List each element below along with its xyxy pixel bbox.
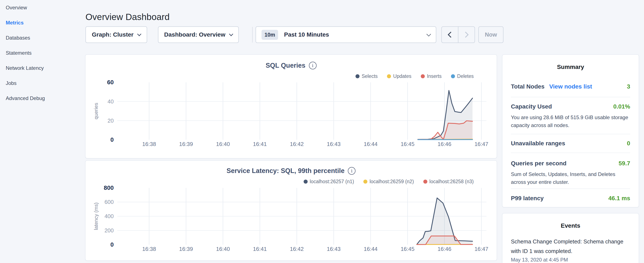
svg-text:0: 0	[110, 241, 114, 248]
time-window-label: Past 10 Minutes	[284, 31, 329, 38]
svg-text:16:43: 16:43	[327, 246, 340, 252]
svg-text:queries: queries	[93, 103, 99, 119]
summary-row-queries-per-second: Queries per second 59.7 Sum of Selects, …	[511, 153, 630, 189]
service-latency-chart-card: Service Latency: SQL, 99th percentile i …	[85, 160, 497, 261]
service-latency-chart[interactable]: 16:3816:3916:4016:4116:4216:4316:4416:45…	[86, 161, 497, 260]
summary-row-total-nodes: Total Nodes View nodes list 3	[511, 76, 630, 97]
svg-text:16:41: 16:41	[253, 141, 267, 147]
summary-row-unavailable-ranges: Unavailable ranges 0	[511, 134, 630, 153]
sql-queries-chart[interactable]: 16:3816:3916:4016:4116:4216:4316:4416:45…	[86, 55, 497, 158]
view-nodes-list-link[interactable]: View nodes list	[549, 83, 592, 90]
events-title: Events	[511, 222, 630, 229]
chevron-down-icon	[137, 32, 142, 36]
time-window-badge: 10m	[262, 30, 278, 40]
svg-text:16:44: 16:44	[364, 141, 378, 147]
svg-text:20: 20	[108, 118, 114, 124]
stat-value: 3	[627, 83, 630, 90]
svg-text:400: 400	[104, 213, 114, 219]
stat-value: 0	[627, 140, 630, 147]
sql-queries-chart-card: SQL Queries i SelectsUpdatesInsertsDelet…	[85, 54, 497, 158]
svg-text:16:39: 16:39	[179, 141, 193, 147]
chevron-down-icon	[229, 32, 233, 36]
graph-scope-label: Graph: Cluster	[92, 31, 134, 38]
time-step-back-button[interactable]	[442, 27, 458, 43]
sidebar-item-metrics[interactable]: Metrics	[6, 15, 82, 30]
controls-divider	[252, 27, 252, 43]
stat-label: Capacity Used	[511, 103, 552, 110]
svg-text:16:40: 16:40	[216, 141, 230, 147]
svg-text:16:44: 16:44	[364, 246, 378, 252]
chevron-right-icon	[463, 32, 468, 38]
summary-title: Summary	[511, 64, 630, 70]
svg-text:16:39: 16:39	[179, 246, 193, 252]
summary-row-p99-latency: P99 latency 46.1 ms	[511, 189, 630, 208]
stat-label: P99 latency	[511, 195, 544, 202]
svg-text:16:46: 16:46	[438, 246, 451, 252]
sidebar-item-statements[interactable]: Statements	[6, 45, 82, 60]
summary-row-capacity-used: Capacity Used 0.01% You are using 28.6 M…	[511, 97, 630, 134]
svg-text:16:42: 16:42	[290, 141, 304, 147]
metrics-page: Overview Metrics Databases Statements Ne…	[0, 0, 644, 263]
sidebar-item-overview[interactable]: Overview	[6, 0, 82, 15]
sidebar-item-network-latency[interactable]: Network Latency	[6, 60, 82, 76]
stat-label: Total Nodes	[511, 83, 544, 90]
svg-text:200: 200	[104, 227, 114, 233]
sidebar-nav: Overview Metrics Databases Statements Ne…	[6, 0, 82, 106]
sidebar-item-jobs[interactable]: Jobs	[6, 76, 82, 91]
svg-text:16:43: 16:43	[327, 141, 340, 147]
event-timestamp: May 13, 2020 at 4:45 PM	[511, 257, 630, 263]
stat-label: Unavailable ranges	[511, 140, 565, 147]
svg-text:16:45: 16:45	[400, 246, 414, 252]
svg-text:40: 40	[108, 99, 114, 105]
dashboard-dropdown[interactable]: Dashboard: Overview	[158, 26, 239, 43]
svg-text:latency (ms): latency (ms)	[93, 203, 99, 230]
svg-text:16:45: 16:45	[400, 141, 414, 147]
stat-value: 59.7	[619, 160, 630, 167]
stat-value: 46.1 ms	[608, 195, 630, 202]
stat-value: 0.01%	[614, 103, 630, 110]
stat-description: Sum of Selects, Updates, Inserts, and De…	[511, 170, 630, 186]
svg-text:0: 0	[110, 136, 114, 143]
time-range-dropdown[interactable]: 10m Past 10 Minutes	[256, 26, 436, 43]
page-title: Overview Dashboard	[86, 12, 170, 22]
svg-text:16:47: 16:47	[474, 246, 488, 252]
svg-text:16:41: 16:41	[253, 246, 267, 252]
svg-text:600: 600	[104, 199, 114, 205]
svg-text:16:38: 16:38	[142, 141, 156, 147]
svg-text:16:38: 16:38	[142, 246, 156, 252]
chevron-down-icon	[426, 32, 431, 36]
time-step-forward-button[interactable]	[458, 27, 474, 43]
svg-text:16:40: 16:40	[216, 246, 230, 252]
stat-description: You are using 28.6 MiB of 515.9 GiB usab…	[511, 113, 630, 129]
svg-text:800: 800	[104, 184, 114, 191]
svg-text:60: 60	[107, 79, 114, 86]
sidebar-item-databases[interactable]: Databases	[6, 30, 82, 45]
stat-label: Queries per second	[511, 160, 566, 167]
events-panel: Events Schema Change Completed: Schema c…	[502, 213, 639, 263]
svg-text:16:42: 16:42	[290, 246, 304, 252]
svg-text:16:47: 16:47	[474, 141, 488, 147]
dashboard-label: Dashboard: Overview	[164, 31, 225, 38]
summary-panel: Summary Total Nodes View nodes list 3 Ca…	[502, 54, 639, 207]
svg-text:16:46: 16:46	[438, 141, 451, 147]
chevron-left-icon	[448, 32, 454, 38]
sidebar-item-advanced-debug[interactable]: Advanced Debug	[6, 91, 82, 106]
now-button[interactable]: Now	[478, 26, 504, 43]
graph-scope-dropdown[interactable]: Graph: Cluster	[86, 26, 147, 43]
event-message[interactable]: Schema Change Completed: Schema change w…	[511, 237, 630, 256]
time-step-buttons	[442, 26, 475, 43]
